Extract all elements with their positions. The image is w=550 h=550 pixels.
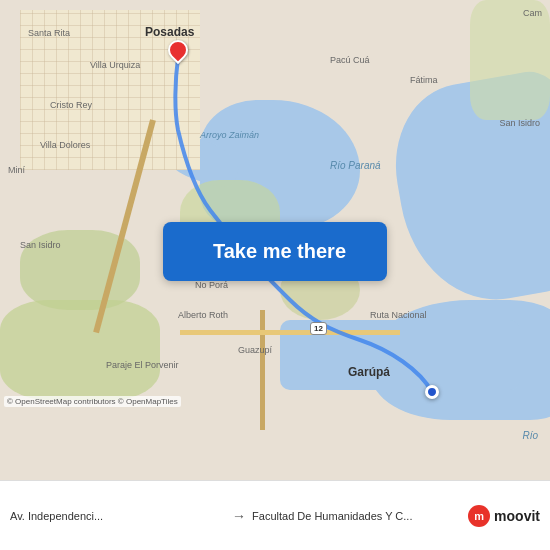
road-ruta-nacional [180, 330, 400, 335]
moovit-text: moovit [494, 508, 540, 524]
moovit-icon: m [468, 505, 490, 527]
label-guazupi: Guazupí [238, 345, 272, 355]
road-badge-12: 12 [310, 322, 327, 335]
destination-pin [168, 40, 188, 64]
city-grid-posadas [20, 10, 200, 170]
take-me-there-button[interactable]: Take me there [163, 222, 387, 281]
map-area: Posadas Santa Rita Villa Urquiza Cristo … [0, 0, 550, 480]
road-ruta-vertical [260, 310, 265, 430]
origin-pin [425, 385, 439, 399]
route-from: Av. Independenci... [10, 510, 226, 522]
label-fatima: Fátima [410, 75, 438, 85]
moovit-logo: m moovit [468, 505, 540, 527]
terrain-patch-2 [0, 300, 160, 400]
route-to: Facultad De Humanidades Y C... [252, 510, 468, 522]
route-arrow-icon: → [232, 508, 246, 524]
route-info: Av. Independenci... → Facultad De Humani… [10, 508, 468, 524]
label-rio-right: Río [522, 430, 538, 441]
label-pacu-cua: Pacú Cuá [330, 55, 370, 65]
road-badge-label: 12 [314, 324, 323, 333]
app-container: Posadas Santa Rita Villa Urquiza Cristo … [0, 0, 550, 550]
label-alberto-roth: Alberto Roth [178, 310, 228, 320]
label-no-pora: Ño Porá [195, 280, 228, 290]
terrain-patch-5 [470, 0, 550, 120]
map-attribution: © OpenStreetMap contributors © OpenMapTi… [4, 396, 181, 407]
bottom-bar: Av. Independenci... → Facultad De Humani… [0, 480, 550, 550]
